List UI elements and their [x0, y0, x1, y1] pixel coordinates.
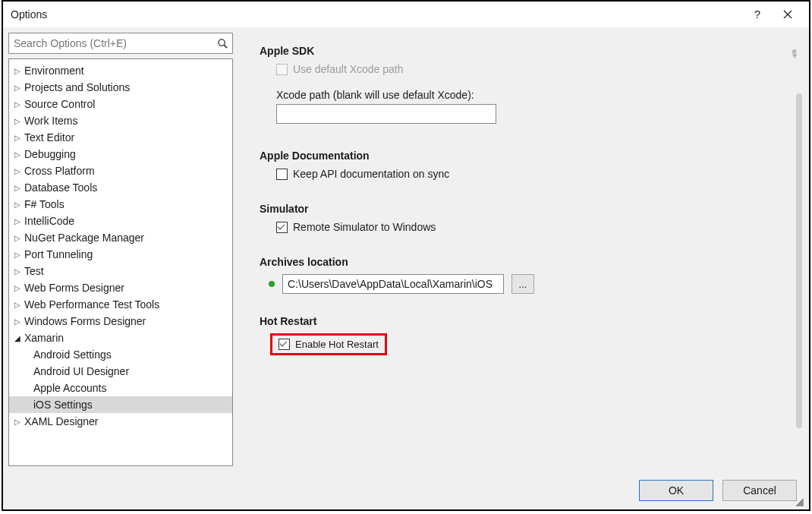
- use-default-xcode-checkbox: [276, 64, 288, 75]
- tree-item[interactable]: ▷Text Editor: [9, 129, 232, 146]
- options-dialog: Options ? ▷Environment▷Projects and Solu…: [2, 0, 810, 511]
- search-input[interactable]: [9, 33, 212, 53]
- tree-item[interactable]: ▷XAML Designer: [9, 413, 232, 430]
- close-icon: [783, 10, 792, 19]
- resize-grip-icon[interactable]: ◢: [795, 496, 806, 506]
- settings-panel: ✎ Apple SDK Use default Xcode path Xcode…: [238, 33, 804, 466]
- enable-hot-restart-checkbox[interactable]: [279, 339, 290, 350]
- tree-item-label: Text Editor: [23, 131, 74, 143]
- chevron-right-icon[interactable]: ▷: [12, 267, 23, 276]
- chevron-right-icon[interactable]: ▷: [12, 150, 23, 159]
- svg-line-1: [224, 45, 227, 48]
- section-hot-restart: Hot Restart: [260, 315, 788, 327]
- left-column: ▷Environment▷Projects and Solutions▷Sour…: [8, 33, 233, 466]
- tree-item-label: Work Items: [23, 115, 78, 127]
- chevron-right-icon[interactable]: ▷: [12, 418, 23, 426]
- tree-item[interactable]: ▷Database Tools: [9, 179, 232, 196]
- chevron-right-icon[interactable]: ▷: [12, 251, 23, 259]
- tree-item[interactable]: ▷Web Performance Test Tools: [9, 296, 232, 313]
- tree-item[interactable]: ▷Projects and Solutions: [9, 79, 232, 96]
- xcode-path-input[interactable]: [276, 104, 496, 124]
- remote-sim-row[interactable]: Remote Simulator to Windows: [276, 221, 788, 233]
- tree-item-label: NuGet Package Manager: [23, 232, 144, 244]
- tree-item-label: XAML Designer: [23, 415, 99, 427]
- tree-item-label: Database Tools: [23, 181, 97, 194]
- remote-sim-checkbox[interactable]: [276, 222, 288, 233]
- chevron-right-icon[interactable]: ▷: [12, 200, 23, 209]
- chevron-right-icon[interactable]: ▷: [12, 84, 23, 92]
- chevron-right-icon[interactable]: ▷: [12, 284, 23, 292]
- chevron-down-icon[interactable]: ◢: [12, 334, 23, 342]
- chevron-right-icon[interactable]: ▷: [12, 301, 23, 309]
- hot-restart-highlight: Enable Hot Restart: [270, 333, 387, 355]
- tree-item[interactable]: ▷Web Forms Designer: [9, 279, 232, 296]
- tree-item[interactable]: ▷Debugging: [9, 146, 232, 162]
- keep-api-row[interactable]: Keep API documentation on sync: [276, 168, 788, 180]
- chevron-right-icon[interactable]: ▷: [12, 100, 23, 109]
- dialog-body: ▷Environment▷Projects and Solutions▷Sour…: [3, 27, 809, 471]
- enable-hot-restart-label: Enable Hot Restart: [295, 339, 379, 350]
- cancel-button[interactable]: Cancel: [722, 480, 797, 501]
- titlebar: Options ?: [3, 2, 809, 27]
- ok-button[interactable]: OK: [639, 480, 713, 501]
- archives-row: ...: [266, 274, 788, 294]
- tree-item[interactable]: Android Settings: [9, 346, 232, 363]
- scroll-thumb[interactable]: [796, 93, 802, 428]
- tree-item-label: Cross Platform: [23, 165, 95, 177]
- dialog-footer: OK Cancel ◢: [3, 471, 809, 509]
- tree-item-label: Environment: [23, 65, 84, 77]
- chevron-right-icon[interactable]: ▷: [12, 117, 23, 125]
- tree-item[interactable]: ◢Xamarin: [9, 330, 232, 346]
- remote-sim-label: Remote Simulator to Windows: [293, 221, 436, 233]
- svg-point-0: [218, 39, 224, 45]
- chevron-right-icon[interactable]: ▷: [12, 167, 23, 175]
- use-default-xcode-label: Use default Xcode path: [293, 63, 404, 75]
- close-button[interactable]: [773, 3, 803, 26]
- xcode-path-label: Xcode path (blank will use default Xcode…: [276, 89, 788, 101]
- tree-item[interactable]: ▷NuGet Package Manager: [9, 229, 232, 246]
- chevron-right-icon[interactable]: ▷: [12, 234, 23, 242]
- chevron-right-icon[interactable]: ▷: [12, 317, 23, 326]
- options-tree[interactable]: ▷Environment▷Projects and Solutions▷Sour…: [8, 58, 233, 466]
- tree-item-label: Projects and Solutions: [23, 81, 130, 93]
- tree-item-label: Source Control: [23, 98, 95, 110]
- section-simulator: Simulator: [260, 203, 788, 215]
- section-apple-doc: Apple Documentation: [260, 150, 788, 162]
- tree-item[interactable]: ▷IntelliCode: [9, 213, 232, 229]
- tree-item[interactable]: Android UI Designer: [9, 363, 232, 380]
- tree-item[interactable]: Apple Accounts: [9, 380, 232, 396]
- chevron-right-icon[interactable]: ▷: [12, 217, 23, 225]
- browse-button[interactable]: ...: [511, 274, 534, 294]
- tree-item[interactable]: ▷Source Control: [9, 96, 232, 112]
- tree-item[interactable]: ▷Windows Forms Designer: [9, 313, 232, 330]
- tree-item-label: Test: [23, 265, 44, 277]
- window-title: Options: [11, 8, 742, 20]
- tree-item[interactable]: ▷Work Items: [9, 112, 232, 129]
- tree-item-label: Android UI Designer: [32, 365, 129, 377]
- tree-item-label: iOS Settings: [32, 399, 93, 411]
- archives-path-input[interactable]: [282, 274, 504, 294]
- tree-item-label: Port Tunneling: [23, 248, 93, 260]
- tree-item-label: Android Settings: [32, 348, 112, 361]
- tree-item[interactable]: ▷Environment: [9, 62, 232, 79]
- tree-item-label: Web Forms Designer: [23, 282, 124, 294]
- chevron-right-icon[interactable]: ▷: [12, 134, 23, 142]
- search-icon: [212, 38, 232, 49]
- use-default-xcode-row: Use default Xcode path: [276, 63, 788, 75]
- tree-item[interactable]: ▷Port Tunneling: [9, 246, 232, 263]
- tree-item[interactable]: ▷Cross Platform: [9, 162, 232, 179]
- section-apple-sdk: Apple SDK: [260, 45, 788, 57]
- tree-item-label: Apple Accounts: [32, 382, 107, 394]
- tree-item[interactable]: ▷F# Tools: [9, 196, 232, 213]
- chevron-right-icon[interactable]: ▷: [12, 67, 23, 75]
- tree-item-label: Web Performance Test Tools: [23, 298, 159, 311]
- tree-item-label: IntelliCode: [23, 215, 74, 227]
- section-archives: Archives location: [260, 256, 788, 268]
- tree-item-label: F# Tools: [23, 198, 65, 210]
- help-button[interactable]: ?: [742, 3, 773, 26]
- tree-item[interactable]: iOS Settings: [9, 396, 232, 413]
- chevron-right-icon[interactable]: ▷: [12, 184, 23, 192]
- tree-item[interactable]: ▷Test: [9, 263, 232, 279]
- keep-api-checkbox[interactable]: [276, 169, 288, 180]
- search-box[interactable]: [8, 33, 233, 54]
